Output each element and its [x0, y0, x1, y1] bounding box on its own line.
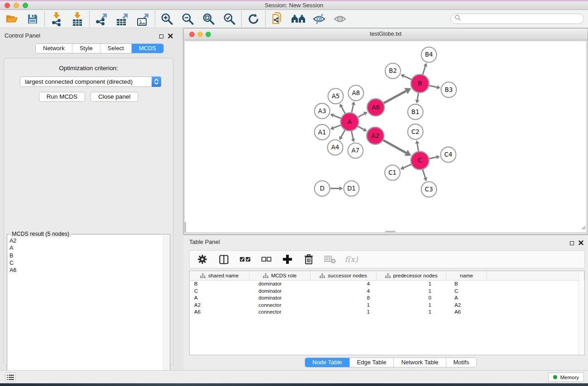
network-graph[interactable]: AA1A2A3A4A5A6A7A8BB1B2B3B4CC1C2C3C4DD1: [185, 41, 586, 232]
optimization-criterion-label: Optimization criterion:: [4, 65, 173, 71]
memory-button[interactable]: Memory: [548, 372, 584, 382]
mcds-result-title: MCDS result (5 nodes): [10, 231, 71, 237]
tab-motifs[interactable]: Motifs: [446, 358, 477, 367]
tab-network-table[interactable]: Network Table: [394, 358, 446, 367]
node-table[interactable]: shared name MCDS role successor nodes pr…: [189, 271, 585, 355]
graph-node-label: C4: [444, 151, 452, 158]
export-network-icon[interactable]: [94, 12, 109, 26]
export-image-icon[interactable]: [136, 12, 150, 26]
import-network-icon[interactable]: [49, 12, 64, 26]
minimize-traffic-light[interactable]: [14, 3, 19, 8]
zoom-in-icon[interactable]: [160, 12, 174, 26]
graph-node-label: A4: [331, 144, 339, 151]
list-scrollbar[interactable]: [163, 235, 169, 385]
export-table-icon[interactable]: [115, 12, 129, 26]
column-header[interactable]: shared name: [190, 271, 249, 280]
optimization-criterion-select[interactable]: largest connected component (directed): [20, 76, 161, 87]
table-row[interactable]: A6connector11A6: [190, 309, 584, 316]
resize-grip-icon[interactable]: [580, 224, 586, 232]
zoom-traffic-light[interactable]: [23, 3, 28, 8]
horizontal-scrollbar-thumb[interactable]: [385, 231, 395, 233]
table-row[interactable]: Cdominator41C: [190, 288, 584, 295]
column-header[interactable]: MCDS role: [249, 271, 311, 280]
table-scrollbar[interactable]: [578, 272, 584, 355]
list-item[interactable]: A2: [10, 237, 162, 244]
zoom-traffic-light[interactable]: [206, 32, 211, 37]
zoom-fit-icon[interactable]: [201, 12, 216, 26]
desktop-wallpaper-strip: [0, 383, 588, 386]
zoom-selected-icon[interactable]: [222, 12, 237, 26]
table-tabs: Node Table Edge Table Network Table Moti…: [305, 357, 477, 367]
app-titlebar: Session: New Session: [0, 1, 588, 10]
select-stepper-icon: [152, 76, 161, 87]
refresh-icon[interactable]: [246, 12, 261, 26]
network-canvas[interactable]: AA1A2A3A4A5A6A7A8BB1B2B3B4CC1C2C3C4DD1: [184, 41, 587, 233]
select-all-icon[interactable]: [238, 252, 252, 267]
control-panel: Control Panel Network Style Select MCDS …: [0, 28, 177, 370]
show-columns-icon[interactable]: [216, 252, 231, 267]
list-item[interactable]: A6: [10, 267, 162, 274]
graph-node-label: A1: [318, 129, 326, 136]
run-mcds-button[interactable]: Run MCDS: [39, 92, 85, 102]
hide-details-icon[interactable]: [312, 12, 326, 26]
zoom-out-icon[interactable]: [181, 12, 195, 26]
memory-label: Memory: [560, 375, 579, 380]
column-header[interactable]: predecessor nodes: [377, 271, 446, 280]
minimize-traffic-light[interactable]: [197, 32, 203, 37]
optimization-criterion-value: largest connected component (directed): [20, 78, 152, 85]
tab-node-table[interactable]: Node Table: [305, 358, 350, 367]
list-item[interactable]: A: [10, 244, 162, 252]
vertical-scrollbar-thumb[interactable]: [184, 222, 186, 232]
list-item[interactable]: C: [10, 259, 162, 267]
unselect-all-icon[interactable]: [259, 252, 273, 267]
column-header[interactable]: successor nodes: [311, 271, 377, 280]
graph-node-label: A: [348, 119, 352, 125]
delete-column-icon[interactable]: [301, 252, 316, 267]
search-icon: [454, 14, 461, 23]
tab-network[interactable]: Network: [36, 44, 72, 53]
list-item[interactable]: B: [10, 252, 162, 259]
close-panel-icon[interactable]: [578, 239, 583, 247]
table-row[interactable]: A2connector11A2: [190, 302, 584, 309]
open-folder-icon[interactable]: [5, 12, 19, 26]
home-layout-icon[interactable]: [291, 12, 306, 26]
close-panel-button[interactable]: Close panel: [91, 92, 138, 102]
tab-mcds[interactable]: MCDS: [132, 44, 163, 53]
graph-node-label: C3: [425, 186, 433, 193]
table-panel-title: Table Panel: [189, 238, 220, 245]
network-window-titlebar: testGlobe.txt: [184, 29, 588, 40]
tab-select[interactable]: Select: [100, 44, 132, 53]
graph-node-label: A6: [372, 104, 380, 111]
graph-node-label: A5: [332, 93, 340, 100]
main-toolbar: [0, 10, 588, 28]
task-history-button[interactable]: [5, 372, 16, 382]
close-panel-icon[interactable]: [168, 32, 173, 40]
graph-node-label: B2: [389, 67, 397, 74]
close-traffic-light[interactable]: [189, 32, 195, 37]
tab-edge-table[interactable]: Edge Table: [350, 358, 394, 367]
graph-node-label: B1: [411, 109, 420, 115]
table-panel: Table Panel f(x) shared name MCDS role s…: [183, 235, 588, 370]
save-icon[interactable]: [25, 12, 40, 26]
network-overview-icon[interactable]: [270, 12, 285, 26]
search-input[interactable]: [450, 14, 584, 24]
graph-node-label: C2: [411, 129, 420, 135]
table-row[interactable]: Adominator80A: [190, 295, 584, 302]
table-row[interactable]: Bdominator41B: [190, 281, 584, 288]
control-panel-header: Control Panel: [0, 28, 177, 42]
mcds-result-list[interactable]: A2 A B C A6: [10, 237, 162, 384]
show-details-icon[interactable]: [333, 12, 347, 26]
graph-node-label: A8: [352, 90, 360, 96]
graph-node-label: B3: [445, 86, 453, 93]
float-panel-icon[interactable]: [570, 241, 574, 245]
close-traffic-light[interactable]: [5, 3, 10, 8]
graph-node-label: A7: [351, 147, 359, 154]
add-column-icon[interactable]: [280, 252, 295, 267]
float-panel-icon[interactable]: [159, 34, 163, 38]
import-table-icon[interactable]: [70, 12, 85, 26]
graph-node-label: B: [418, 80, 422, 87]
settings-gear-icon[interactable]: [195, 252, 210, 267]
function-builder-icon: f(x): [344, 252, 359, 267]
column-header[interactable]: name: [446, 271, 487, 280]
tab-style[interactable]: Style: [72, 44, 100, 53]
